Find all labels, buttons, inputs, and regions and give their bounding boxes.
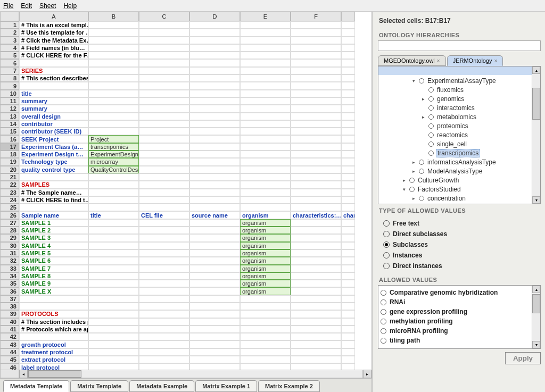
cell[interactable] bbox=[19, 295, 88, 303]
cell[interactable] bbox=[139, 196, 189, 204]
cell[interactable] bbox=[189, 326, 240, 333]
row-header[interactable]: 44 bbox=[0, 348, 19, 356]
row-header[interactable]: 46 bbox=[0, 363, 19, 370]
tree-node[interactable]: ▸concentration bbox=[383, 194, 531, 203]
cell[interactable] bbox=[240, 173, 291, 181]
cell[interactable] bbox=[341, 280, 355, 287]
cell[interactable]: ExperimentDesignT… bbox=[88, 151, 139, 158]
radio-icon[interactable] bbox=[381, 309, 386, 315]
cell[interactable] bbox=[240, 340, 291, 348]
cell[interactable] bbox=[189, 227, 240, 234]
cell[interactable]: transcripomics bbox=[88, 143, 139, 151]
cell[interactable] bbox=[88, 234, 139, 241]
cell[interactable] bbox=[341, 310, 355, 318]
column-header[interactable]: C bbox=[139, 12, 189, 21]
cell[interactable] bbox=[88, 265, 139, 272]
apply-button[interactable]: Apply bbox=[505, 352, 541, 364]
cell[interactable] bbox=[88, 37, 139, 44]
cell[interactable] bbox=[139, 97, 189, 105]
cell[interactable] bbox=[88, 333, 139, 340]
cell[interactable] bbox=[240, 333, 291, 340]
cell[interactable] bbox=[341, 303, 355, 310]
row-header[interactable]: 45 bbox=[0, 356, 19, 363]
cell[interactable] bbox=[88, 82, 139, 89]
radio-icon[interactable] bbox=[419, 78, 424, 84]
cell[interactable]: source name bbox=[189, 211, 240, 219]
cell[interactable] bbox=[88, 310, 139, 318]
cell[interactable] bbox=[341, 151, 355, 158]
cell[interactable] bbox=[240, 82, 291, 89]
cell[interactable] bbox=[291, 333, 341, 340]
cell[interactable] bbox=[341, 333, 355, 340]
radio-icon[interactable] bbox=[428, 96, 434, 102]
radio-icon[interactable] bbox=[419, 160, 424, 165]
row-header[interactable]: 21 bbox=[0, 173, 19, 181]
cell[interactable] bbox=[341, 37, 355, 44]
cell[interactable]: microarray bbox=[88, 158, 139, 165]
row-header[interactable]: 12 bbox=[0, 105, 19, 112]
cell[interactable] bbox=[189, 143, 240, 151]
radio-icon[interactable] bbox=[409, 178, 415, 183]
cell[interactable] bbox=[291, 318, 341, 326]
cell[interactable] bbox=[341, 97, 355, 105]
cell[interactable]: title bbox=[88, 211, 139, 219]
radio-icon[interactable] bbox=[383, 252, 390, 258]
cell[interactable]: SAMPLE 8 bbox=[19, 272, 88, 280]
cell[interactable]: quality control type bbox=[19, 166, 88, 173]
cell[interactable] bbox=[88, 242, 139, 249]
cell[interactable] bbox=[240, 67, 291, 74]
cell[interactable] bbox=[240, 158, 291, 165]
cell[interactable] bbox=[88, 29, 139, 36]
cell[interactable] bbox=[291, 158, 341, 165]
cell[interactable] bbox=[341, 173, 355, 181]
cell[interactable]: # This section describes … bbox=[19, 74, 88, 82]
cell[interactable] bbox=[240, 128, 291, 135]
cell[interactable] bbox=[139, 143, 189, 151]
cell[interactable] bbox=[341, 113, 355, 120]
type-option[interactable]: Direct instances bbox=[383, 261, 541, 271]
cell[interactable] bbox=[139, 204, 189, 211]
tree-toggle-icon[interactable]: ▸ bbox=[410, 195, 417, 202]
cell[interactable] bbox=[139, 219, 189, 227]
cell[interactable] bbox=[139, 265, 189, 272]
row-header[interactable]: 15 bbox=[0, 128, 19, 135]
cell[interactable] bbox=[240, 356, 291, 363]
cell[interactable] bbox=[291, 204, 341, 211]
allowed-value-item[interactable]: RNAi bbox=[381, 297, 530, 307]
cell[interactable] bbox=[139, 356, 189, 363]
cell[interactable] bbox=[291, 303, 341, 310]
cell[interactable] bbox=[139, 363, 189, 370]
sheet-tab[interactable]: Matrix Example 2 bbox=[258, 380, 320, 392]
cell[interactable] bbox=[88, 340, 139, 348]
cell[interactable] bbox=[291, 44, 341, 52]
row-header[interactable]: 16 bbox=[0, 135, 19, 143]
cell[interactable] bbox=[139, 318, 189, 326]
cell[interactable] bbox=[189, 363, 240, 370]
radio-icon[interactable] bbox=[383, 241, 390, 248]
row-header[interactable]: 1 bbox=[0, 21, 19, 29]
tree-toggle-icon[interactable]: ▸ bbox=[420, 114, 426, 120]
row-header[interactable]: 18 bbox=[0, 151, 19, 158]
cell[interactable] bbox=[189, 21, 240, 29]
cell[interactable] bbox=[189, 272, 240, 280]
row-header[interactable]: 2 bbox=[0, 29, 19, 36]
tree-toggle-icon[interactable]: ▸ bbox=[410, 168, 417, 174]
cell[interactable]: summary bbox=[19, 97, 88, 105]
cell[interactable] bbox=[341, 249, 355, 257]
cell[interactable] bbox=[139, 158, 189, 165]
tree-node[interactable]: ▸informaticsAnalysisType bbox=[383, 157, 531, 166]
cell[interactable] bbox=[341, 363, 355, 370]
radio-icon[interactable] bbox=[381, 319, 386, 324]
type-option[interactable]: Instances bbox=[383, 250, 541, 261]
column-header[interactable]: D bbox=[189, 12, 240, 21]
cell[interactable]: organism bbox=[240, 287, 291, 295]
cell[interactable]: organism bbox=[240, 257, 291, 264]
cell[interactable]: extract protocol bbox=[19, 356, 88, 363]
cell[interactable] bbox=[189, 196, 240, 204]
cell[interactable] bbox=[88, 173, 139, 181]
cell[interactable] bbox=[88, 59, 139, 66]
cell[interactable] bbox=[88, 90, 139, 97]
sheet-tab[interactable]: Matrix Template bbox=[70, 380, 128, 392]
cell[interactable] bbox=[189, 173, 240, 181]
cell[interactable] bbox=[139, 59, 189, 66]
